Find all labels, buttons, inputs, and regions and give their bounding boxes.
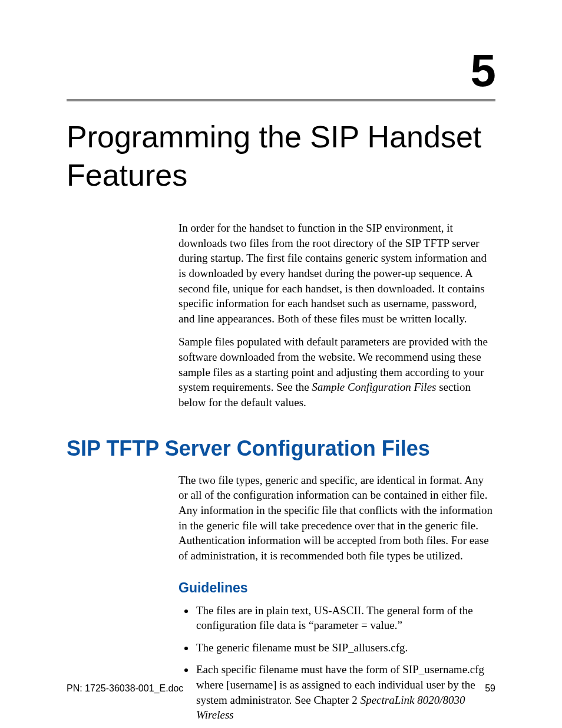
footer-page-number: 59 <box>485 683 495 694</box>
section-title-sip-tftp: SIP TFTP Server Configuration Files <box>67 436 495 461</box>
page: 5 Programming the SIP Handset Features I… <box>0 0 562 728</box>
intro-block: In order for the handset to function in … <box>178 220 495 410</box>
intro-paragraph-1: In order for the handset to function in … <box>178 220 495 326</box>
chapter-title: Programming the SIP Handset Features <box>67 118 495 195</box>
chapter-number: 5 <box>67 47 495 93</box>
footer-doc-id: PN: 1725-36038-001_E.doc <box>67 683 183 694</box>
list-item: The files are in plain text, US-ASCII. T… <box>195 603 495 633</box>
page-footer: PN: 1725-36038-001_E.doc 59 <box>67 683 495 694</box>
intro-paragraph-2: Sample files populated with default para… <box>178 334 495 410</box>
list-item: The generic filename must be SIP_alluser… <box>195 640 495 655</box>
section-paragraph-1: The two file types, generic and specific… <box>178 473 495 564</box>
chapter-rule <box>67 99 495 101</box>
guidelines-list: The files are in plain text, US-ASCII. T… <box>178 603 495 723</box>
subsection-title-guidelines: Guidelines <box>178 580 495 596</box>
intro-p2-em: Sample Configuration Files <box>312 381 436 393</box>
